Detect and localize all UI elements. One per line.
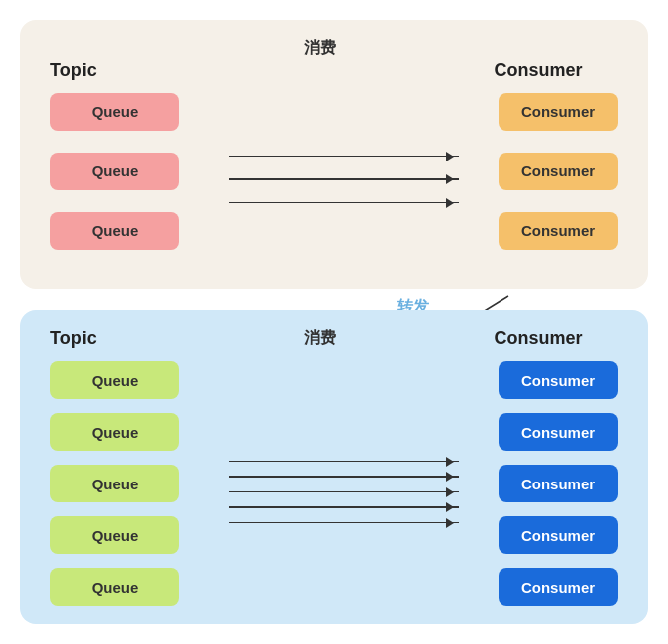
top-topic-title: Topic [50,60,97,81]
bottom-queue-2: Queue [50,413,179,451]
bottom-consumer-4: Consumer [499,516,618,554]
top-topic-column: Topic Queue Queue Queue [50,60,229,250]
bottom-consumer-title: Consumer [494,328,582,349]
bottom-consumer-rows: Consumer Consumer Consumer Consumer Cons… [499,361,618,606]
top-consumer-2: Consumer [499,153,618,190]
top-consumer-3: Consumer [499,212,618,250]
bottom-consumer-5: Consumer [499,568,618,606]
bottom-queue-rows: Queue Queue Queue Queue Queue [50,361,179,606]
bottom-arrow-line-5 [229,522,459,524]
bottom-queue-3: Queue [50,465,179,502]
top-consume-label: 消费 [304,38,336,59]
bottom-consume-label: 消费 [304,328,336,349]
main-container: 消费 Topic Queue Queue Queue Consumer [10,10,658,634]
bottom-topic-column: Topic Queue Queue Queue Queue Queue [50,328,229,606]
top-consumer-rows: Consumer Consumer Consumer [499,93,618,250]
bottom-arrow-1 [229,461,459,463]
bottom-consumer-2: Consumer [499,413,618,451]
bottom-arrow-5 [229,522,459,524]
bottom-consumer-column: Consumer Consumer Consumer Consumer Cons… [459,328,618,606]
bottom-queue-4: Queue [50,516,179,554]
top-arrow-col [229,106,459,204]
bottom-consumer-1: Consumer [499,361,618,399]
bottom-queue-1: Queue [50,361,179,399]
bottom-section: 消费 Topic Queue Queue Queue Queue Queue [20,310,648,624]
top-arrow-1 [229,156,459,158]
top-consumer-1: Consumer [499,93,618,131]
middle-area: 转发 [20,289,648,310]
bottom-topic-title: Topic [50,328,97,349]
top-queue-3: Queue [50,212,179,250]
top-arrow-line-1 [229,156,459,158]
bottom-arrow-line-3 [229,491,459,493]
top-arrow-line-3 [229,202,459,204]
top-arrow-line-2 [229,178,459,180]
bottom-arrow-line-4 [229,506,459,508]
top-consumer-title: Consumer [494,60,582,81]
top-queue-rows: Queue Queue Queue [50,93,179,250]
bottom-arrow-line-2 [229,476,459,478]
top-section: 消费 Topic Queue Queue Queue Consumer [20,20,648,289]
top-queue-2: Queue [50,153,179,190]
bottom-arrow-col [229,411,459,524]
bottom-queue-5: Queue [50,568,179,606]
top-consumer-column: Consumer Consumer Consumer Consumer [459,60,618,250]
top-queue-1: Queue [50,93,179,131]
bottom-arrow-4 [229,506,459,508]
bottom-arrow-3 [229,491,459,493]
bottom-arrow-2 [229,476,459,478]
top-arrow-2 [229,178,459,180]
top-arrow-3 [229,202,459,204]
bottom-arrow-line-1 [229,461,459,463]
bottom-consumer-3: Consumer [499,465,618,502]
